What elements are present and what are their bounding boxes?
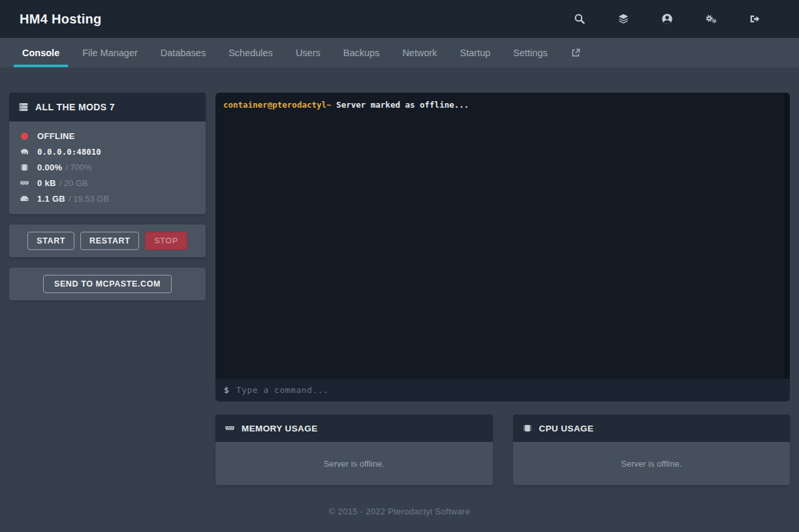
tab-console[interactable]: Console — [13, 38, 69, 67]
memory-offline-message: Server is offline. — [324, 459, 384, 469]
console-output[interactable]: container@pterodactyl~ Server marked as … — [215, 93, 790, 379]
stop-button[interactable]: STOP — [145, 232, 187, 250]
status-label: OFFLINE — [37, 131, 75, 141]
tab-users-label: Users — [296, 48, 321, 58]
memory-usage-body: Server is offline. — [215, 442, 493, 485]
memory-row: 0 kB/ 20 GB — [18, 175, 196, 191]
cpu-row: 0.00%/ 700% — [18, 159, 196, 175]
tab-schedules-label: Schedules — [228, 48, 273, 58]
tab-file-manager-label: File Manager — [82, 48, 138, 58]
header-icon-bar — [573, 12, 779, 25]
address-row: 0.0.0.0:48010 — [18, 144, 196, 159]
cpu-usage-header: CPU USAGE — [513, 415, 791, 442]
console-scrollbar[interactable] — [784, 93, 790, 379]
tab-backups[interactable]: Backups — [334, 38, 389, 67]
server-name: ALL THE MODS 7 — [35, 102, 115, 112]
app-header: HM4 Hosting — [0, 0, 799, 38]
tab-network[interactable]: Network — [393, 38, 446, 67]
tab-settings[interactable]: Settings — [504, 38, 556, 67]
memory-icon — [225, 423, 235, 433]
cpu-usage-card: CPU USAGE Server is offline. — [513, 415, 791, 485]
console-prompt: container@pterodactyl~ — [223, 100, 332, 110]
start-button[interactable]: START — [27, 232, 74, 250]
tab-startup-label: Startup — [460, 48, 491, 58]
tab-settings-label: Settings — [513, 48, 547, 58]
main-content: ALL THE MODS 7 OFFLINE 0.0.0.0:48010 — [0, 67, 799, 485]
tab-console-label: Console — [22, 48, 59, 58]
cpu-usage-body: Server is offline. — [513, 442, 791, 485]
console-panel: container@pterodactyl~ Server marked as … — [215, 93, 790, 401]
cpu-offline-message: Server is offline. — [621, 459, 682, 469]
microchip-icon — [18, 163, 30, 172]
console-line-text: Server marked as offline... — [332, 100, 469, 110]
disk-limit: / 19.53 GB — [69, 194, 109, 204]
memory-usage-card: MEMORY USAGE Server is offline. — [215, 415, 493, 485]
sign-out-icon[interactable] — [748, 12, 761, 25]
memory-usage-title: MEMORY USAGE — [242, 424, 318, 433]
command-bar: $ — [215, 379, 790, 401]
hdd-icon — [18, 194, 30, 204]
microchip-icon — [522, 423, 533, 433]
disk-row: 1.1 GB/ 19.53 GB — [18, 191, 196, 206]
mcpaste-card: SEND TO MCPASTE.COM — [9, 268, 206, 300]
cpu-value: 0.00% — [37, 163, 62, 172]
server-details-header: ALL THE MODS 7 — [9, 93, 206, 121]
console-line: container@pterodactyl~ Server marked as … — [223, 99, 782, 111]
cpu-usage-title: CPU USAGE — [539, 424, 594, 433]
server-nav: Console File Manager Databases Schedules… — [0, 38, 799, 67]
gears-icon[interactable] — [704, 12, 717, 25]
tab-startup[interactable]: Startup — [451, 38, 500, 67]
memory-limit: / 20 GB — [59, 178, 88, 188]
status-dot-icon — [18, 133, 30, 140]
power-buttons-card: START RESTART STOP — [9, 225, 206, 257]
external-link-icon[interactable] — [561, 38, 590, 67]
server-icon — [18, 102, 29, 112]
send-to-mcpaste-button[interactable]: SEND TO MCPASTE.COM — [43, 275, 172, 293]
ethernet-icon — [18, 147, 30, 157]
disk-value: 1.1 GB — [37, 194, 65, 204]
footer-copyright: © 2015 - 2022 Pterodactyl Software — [0, 507, 799, 516]
search-icon[interactable] — [573, 12, 586, 25]
tab-network-label: Network — [402, 48, 437, 58]
user-circle-icon[interactable] — [661, 12, 674, 25]
memory-value: 0 kB — [37, 178, 56, 188]
server-details-card: ALL THE MODS 7 OFFLINE 0.0.0.0:48010 — [9, 93, 206, 214]
tab-schedules[interactable]: Schedules — [219, 38, 282, 67]
tab-file-manager[interactable]: File Manager — [73, 38, 147, 67]
tab-users[interactable]: Users — [287, 38, 330, 67]
server-sidebar: ALL THE MODS 7 OFFLINE 0.0.0.0:48010 — [9, 93, 206, 485]
command-input[interactable] — [236, 385, 781, 395]
console-column: container@pterodactyl~ Server marked as … — [215, 93, 790, 485]
server-details-body: OFFLINE 0.0.0.0:48010 — [9, 121, 206, 214]
tab-databases[interactable]: Databases — [151, 38, 215, 67]
stats-row: MEMORY USAGE Server is offline. CPU USA — [215, 415, 790, 485]
memory-usage-header: MEMORY USAGE — [215, 415, 493, 442]
app-title: HM4 Hosting — [20, 12, 102, 27]
layers-icon[interactable] — [617, 12, 630, 25]
tab-backups-label: Backups — [343, 48, 380, 58]
memory-icon — [18, 178, 30, 188]
restart-button[interactable]: RESTART — [80, 232, 139, 250]
server-address: 0.0.0.0:48010 — [37, 147, 101, 157]
cpu-limit: / 700% — [65, 163, 91, 172]
status-row: OFFLINE — [18, 128, 196, 144]
command-prompt-symbol: $ — [224, 385, 229, 395]
tab-databases-label: Databases — [161, 48, 206, 58]
